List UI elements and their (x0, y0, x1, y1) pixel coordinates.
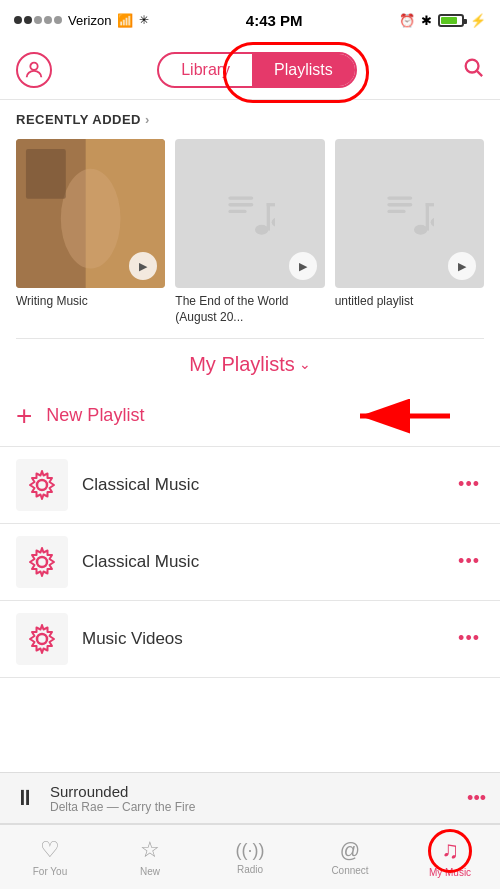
svg-rect-6 (26, 149, 66, 199)
playlist-item[interactable]: Classical Music ••• (0, 524, 500, 601)
more-options-2[interactable]: ••• (454, 547, 484, 576)
signal-strength (14, 16, 62, 24)
playlists-tab[interactable]: Playlists (252, 54, 355, 86)
alarm-icon: ⏰ (399, 13, 415, 28)
at-icon: @ (340, 839, 360, 862)
svg-point-26 (37, 557, 47, 567)
now-playing-bar[interactable]: ⏸ Surrounded Delta Rae — Carry the Fire … (0, 772, 500, 824)
svg-rect-20 (426, 203, 434, 206)
svg-point-25 (37, 480, 47, 490)
battery-indicator (438, 14, 464, 27)
nav-tabs: Library Playlists (157, 52, 357, 88)
recently-added-header: RECENTLY ADDED › (0, 100, 500, 135)
gear-icon (26, 469, 58, 501)
arrow-annotation (340, 396, 460, 436)
album-title-3: untitled playlist (335, 294, 484, 310)
svg-rect-7 (228, 197, 253, 200)
playlist-name-2: Classical Music (82, 552, 454, 572)
clock: 4:43 PM (246, 12, 303, 29)
svg-rect-9 (228, 210, 246, 213)
album-art-2: ▶ (175, 139, 324, 288)
svg-line-2 (477, 71, 482, 76)
music-note-icon (225, 186, 275, 241)
tab-radio[interactable]: ((·)) Radio (200, 825, 300, 889)
profile-button[interactable] (16, 52, 52, 88)
status-bar: Verizon 📶 ✳ 4:43 PM ⏰ ✱ ⚡ (0, 0, 500, 40)
playlist-item[interactable]: Classical Music ••• (0, 447, 500, 524)
carrier-label: Verizon (68, 13, 111, 28)
more-options-1[interactable]: ••• (454, 470, 484, 499)
tab-my-music-label: My Music (429, 867, 471, 878)
now-playing-title: Surrounded (50, 783, 467, 800)
search-button[interactable] (462, 56, 484, 84)
playlist-icon-2 (16, 536, 68, 588)
playlist-item[interactable]: Music Videos ••• (0, 601, 500, 678)
wifi-icon: 📶 (117, 13, 133, 28)
new-playlist-button[interactable]: + New Playlist (0, 386, 500, 447)
more-options-3[interactable]: ••• (454, 624, 484, 653)
tab-bar: ♡ For You ☆ New ((·)) Radio @ Connect ♫ … (0, 824, 500, 889)
album-title-2: The End of the World (August 20... (175, 294, 324, 325)
tab-new-label: New (140, 866, 160, 877)
svg-point-0 (30, 62, 37, 69)
svg-rect-17 (388, 210, 406, 213)
nav-tabs-wrapper: Library Playlists (157, 52, 357, 88)
now-playing-more-options[interactable]: ••• (467, 788, 486, 809)
playlist-name-3: Music Videos (82, 629, 454, 649)
tab-for-you[interactable]: ♡ For You (0, 825, 100, 889)
svg-point-10 (255, 225, 268, 235)
playlist-icon-3 (16, 613, 68, 665)
svg-point-21 (431, 217, 434, 227)
tab-connect-label: Connect (331, 865, 368, 876)
music-tab-icon: ♫ (441, 836, 459, 864)
radio-icon: ((·)) (236, 840, 265, 861)
status-left: Verizon 📶 ✳ (14, 13, 149, 28)
svg-rect-8 (228, 203, 253, 206)
svg-point-13 (272, 217, 275, 227)
gear-icon (26, 546, 58, 578)
album-art-1: ▶ (16, 139, 165, 288)
play-button-3[interactable]: ▶ (448, 252, 476, 280)
svg-rect-15 (388, 197, 413, 200)
library-tab[interactable]: Library (159, 54, 252, 86)
heart-icon: ♡ (40, 837, 60, 863)
tab-my-music[interactable]: ♫ My Music (400, 825, 500, 889)
svg-rect-16 (388, 203, 413, 206)
recently-added-grid: ▶ Writing Music ▶ The End of the World (… (0, 135, 500, 338)
pause-button[interactable]: ⏸ (14, 785, 36, 811)
my-playlists-label: My Playlists (189, 353, 295, 376)
activity-icon: ✳ (139, 13, 149, 27)
playlist-icon-1 (16, 459, 68, 511)
svg-rect-19 (426, 203, 429, 231)
bluetooth-icon: ✱ (421, 13, 432, 28)
album-card[interactable]: ▶ Writing Music (16, 139, 165, 326)
music-note-icon (384, 186, 434, 241)
recently-added-title: RECENTLY ADDED (16, 112, 141, 127)
svg-point-27 (37, 634, 47, 644)
tab-connect[interactable]: @ Connect (300, 825, 400, 889)
album-card[interactable]: ▶ The End of the World (August 20... (175, 139, 324, 326)
album-card[interactable]: ▶ untitled playlist (335, 139, 484, 326)
gear-icon (26, 623, 58, 655)
now-playing-info: Surrounded Delta Rae — Carry the Fire (50, 783, 467, 814)
svg-rect-11 (267, 203, 270, 231)
now-playing-subtitle: Delta Rae — Carry the Fire (50, 800, 467, 814)
svg-point-1 (466, 59, 479, 72)
tab-new[interactable]: ☆ New (100, 825, 200, 889)
svg-point-18 (414, 225, 427, 235)
recently-added-chevron: › (145, 112, 150, 127)
play-button-2[interactable]: ▶ (289, 252, 317, 280)
album-art-3: ▶ (335, 139, 484, 288)
status-right: ⏰ ✱ ⚡ (399, 13, 486, 28)
playlist-name-1: Classical Music (82, 475, 454, 495)
tab-radio-label: Radio (237, 864, 263, 875)
star-icon: ☆ (140, 837, 160, 863)
dropdown-arrow-icon: ⌄ (299, 356, 311, 372)
svg-point-5 (61, 169, 121, 269)
nav-header: Library Playlists (0, 40, 500, 100)
plus-icon: + (16, 400, 32, 432)
svg-rect-12 (267, 203, 275, 206)
album-title-1: Writing Music (16, 294, 165, 310)
my-playlists-header[interactable]: My Playlists ⌄ (0, 339, 500, 386)
new-playlist-label: New Playlist (46, 405, 144, 426)
